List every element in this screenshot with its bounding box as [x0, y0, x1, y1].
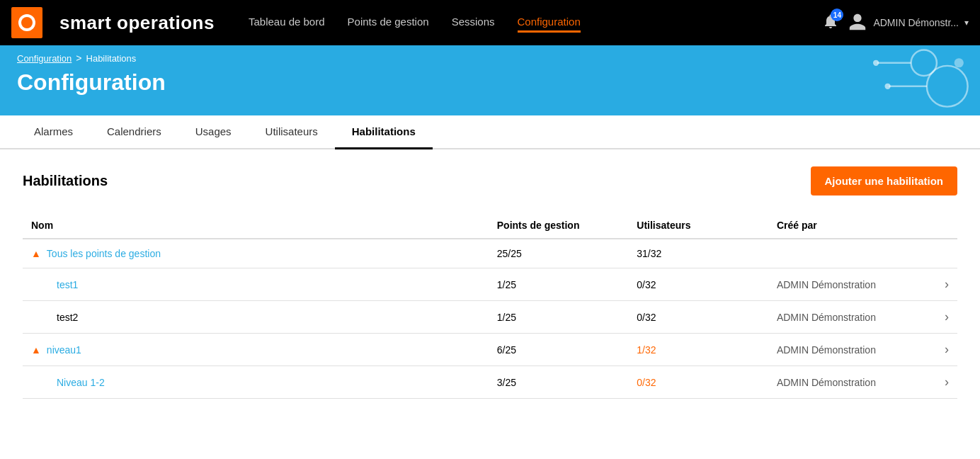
td-points: 1/25 [489, 268, 629, 301]
nom-text[interactable]: Tous les points de gestion [47, 248, 161, 259]
chevron-right-icon[interactable]: › [945, 375, 949, 389]
nav-right: 14 ADMIN Démonstr... ▾ [822, 12, 969, 34]
nom-text[interactable]: test1 [57, 279, 78, 290]
td-chevron: › [936, 366, 957, 399]
td-utilisateurs: 0/32 [628, 268, 768, 301]
td-createur: ADMIN Démonstration [768, 268, 936, 301]
table-row: ▲niveau16/251/32ADMIN Démonstration› [23, 334, 957, 366]
td-nom: ▲Tous les points de gestion [23, 239, 489, 268]
expand-icon[interactable]: ▲ [31, 344, 41, 356]
habilitations-table: Nom Points de gestion Utilisateurs Créé … [23, 212, 957, 399]
td-points: 3/25 [489, 366, 629, 399]
th-utilisateurs: Utilisateurs [628, 212, 768, 239]
user-avatar-icon [848, 12, 867, 34]
orange-logo [11, 7, 42, 38]
td-createur: ADMIN Démonstration [768, 334, 936, 366]
td-nom: test1 [23, 268, 489, 301]
nav-tableau-de-bord[interactable]: Tableau de bord [249, 13, 325, 33]
section-title: Habilitations [23, 173, 108, 189]
th-points: Points de gestion [489, 212, 629, 239]
chevron-right-icon[interactable]: › [945, 310, 949, 324]
td-nom: ▲niveau1 [23, 334, 489, 366]
nav-configuration[interactable]: Configuration [518, 13, 581, 33]
table-row: test21/250/32ADMIN Démonstration› [23, 301, 957, 334]
td-nom: test2 [23, 301, 489, 334]
td-utilisateurs: 1/32 [628, 334, 768, 366]
breadcrumb-config-link[interactable]: Configuration [17, 53, 72, 64]
table-row: ▲Tous les points de gestion25/2531/32 [23, 239, 957, 268]
td-points: 1/25 [489, 301, 629, 334]
chevron-right-icon[interactable]: › [945, 277, 949, 291]
nav-points-de-gestion[interactable]: Points de gestion [348, 13, 429, 33]
td-points: 25/25 [489, 239, 629, 268]
breadcrumb: Configuration > Habilitations [17, 52, 963, 64]
page-title: Configuration [17, 69, 963, 96]
add-habilitation-button[interactable]: Ajouter une habilitation [811, 166, 958, 196]
tabs-bar: Alarmes Calendriers Usages Utilisateurs … [0, 115, 980, 149]
td-chevron [936, 239, 957, 268]
td-createur [768, 239, 936, 268]
breadcrumb-separator: > [76, 52, 81, 64]
tab-alarmes[interactable]: Alarmes [17, 115, 90, 149]
td-points: 6/25 [489, 334, 629, 366]
td-createur: ADMIN Démonstration [768, 366, 936, 399]
table-body: ▲Tous les points de gestion25/2531/32tes… [23, 239, 957, 399]
table-row: Niveau 1-23/250/32ADMIN Démonstration› [23, 366, 957, 399]
tab-calendriers[interactable]: Calendriers [90, 115, 178, 149]
td-chevron: › [936, 334, 957, 366]
section-header: Habilitations Ajouter une habilitation [23, 166, 957, 196]
notification-bell[interactable]: 14 [822, 13, 839, 33]
td-utilisateurs: 0/32 [628, 366, 768, 399]
td-utilisateurs: 0/32 [628, 301, 768, 334]
notification-badge: 14 [831, 8, 843, 21]
td-createur: ADMIN Démonstration [768, 301, 936, 334]
th-createur: Créé par [768, 212, 936, 239]
table-header-row: Nom Points de gestion Utilisateurs Créé … [23, 212, 957, 239]
nom-text[interactable]: niveau1 [47, 344, 81, 356]
nom-text[interactable]: Niveau 1-2 [57, 377, 105, 388]
user-menu[interactable]: ADMIN Démonstr... ▾ [848, 12, 969, 34]
page-header: Configuration > Habilitations Configurat… [0, 45, 980, 115]
td-utilisateurs: 31/32 [628, 239, 768, 268]
svg-point-1 [21, 17, 33, 28]
th-action [936, 212, 957, 239]
td-chevron: › [936, 301, 957, 334]
nav-links: Tableau de bord Points de gestion Sessio… [249, 13, 805, 33]
user-name: ADMIN Démonstr... [873, 17, 959, 28]
top-navigation: smart operations Tableau de bord Points … [0, 0, 980, 45]
nav-sessions[interactable]: Sessions [452, 13, 495, 33]
td-chevron: › [936, 268, 957, 301]
expand-icon[interactable]: ▲ [31, 248, 41, 259]
th-nom: Nom [23, 212, 489, 239]
tab-utilisateurs[interactable]: Utilisateurs [249, 115, 335, 149]
td-nom: Niveau 1-2 [23, 366, 489, 399]
table-row: test11/250/32ADMIN Démonstration› [23, 268, 957, 301]
chevron-right-icon[interactable]: › [945, 342, 949, 356]
breadcrumb-current: Habilitations [86, 53, 137, 64]
user-chevron-icon: ▾ [964, 18, 969, 28]
brand-title: smart operations [59, 12, 215, 34]
tab-usages[interactable]: Usages [178, 115, 249, 149]
nom-text: test2 [57, 312, 78, 323]
content-area: Habilitations Ajouter une habilitation N… [0, 149, 980, 416]
tab-habilitations[interactable]: Habilitations [335, 115, 433, 149]
